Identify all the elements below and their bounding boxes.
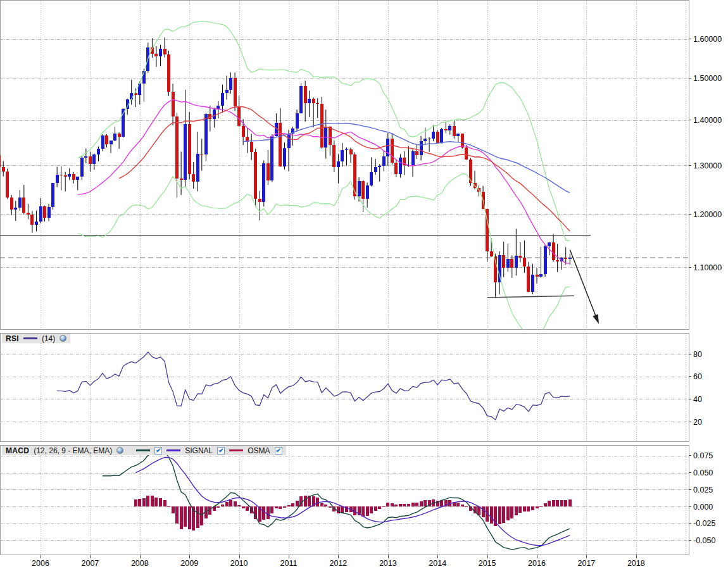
price-axis-label: 1.10000 xyxy=(693,263,722,272)
osma-bar xyxy=(217,506,220,508)
chart-canvas[interactable]: 1.600001.500001.400001.300001.200001.100… xyxy=(0,0,728,571)
bullish-candle xyxy=(35,222,38,225)
bullish-candle xyxy=(287,134,291,147)
year-axis-label: 2014 xyxy=(429,559,446,568)
bearish-candle xyxy=(556,260,559,262)
osma-bar xyxy=(283,506,286,508)
bearish-candle xyxy=(502,255,505,268)
rsi-axis-label: 20 xyxy=(693,418,702,427)
rsi-indicator-legend: RSI (14) xyxy=(2,334,70,343)
osma-bar xyxy=(394,505,398,506)
bearish-candle xyxy=(510,259,513,268)
bullish-candle xyxy=(548,242,551,246)
bearish-candle xyxy=(105,135,108,144)
price-axis-label: 1.40000 xyxy=(693,116,722,125)
osma-bar xyxy=(242,506,245,508)
osma-bar xyxy=(320,503,323,506)
bullish-candle xyxy=(411,151,415,165)
osma-bar xyxy=(296,501,299,506)
bearish-candle xyxy=(523,258,526,267)
bearish-candle xyxy=(154,54,158,56)
year-axis-label: 2015 xyxy=(479,559,496,568)
bullish-candle xyxy=(341,150,344,161)
osma-bar xyxy=(482,506,485,517)
osma-bar xyxy=(229,500,232,506)
bullish-candle xyxy=(110,141,113,144)
bullish-candle xyxy=(270,136,273,180)
bearish-candle xyxy=(64,175,67,177)
osma-bar xyxy=(225,502,229,506)
bullish-candle xyxy=(539,274,543,277)
rsi-panel-border xyxy=(1,334,689,442)
bearish-candle xyxy=(72,174,75,180)
osma-bar xyxy=(378,506,381,509)
bullish-candle xyxy=(84,156,87,158)
osma-bar xyxy=(175,506,179,524)
rsi-properties-globe-icon[interactable] xyxy=(60,335,66,342)
bearish-candle xyxy=(436,132,439,143)
osma-bar xyxy=(552,500,555,506)
osma-bar xyxy=(370,506,373,513)
year-axis-label: 2016 xyxy=(528,559,546,568)
osma-bar xyxy=(399,504,402,506)
year-axis-label: 2006 xyxy=(32,559,49,568)
price-axis-label: 1.50000 xyxy=(693,74,722,83)
bearish-candle xyxy=(518,256,522,258)
bearish-candle xyxy=(320,104,323,147)
bearish-candle xyxy=(250,142,253,151)
osma-bar xyxy=(200,506,203,525)
osma-histogram xyxy=(134,496,572,531)
osma-bar xyxy=(382,506,386,507)
macd-properties-globe-icon[interactable] xyxy=(116,447,123,454)
bullish-candle xyxy=(68,174,71,177)
bullish-candle xyxy=(374,167,377,172)
bullish-candle xyxy=(428,139,431,139)
price-axis-label: 1.60000 xyxy=(693,35,722,44)
signal-visibility-checkbox[interactable]: ✔ xyxy=(217,447,225,455)
rsi-indicator-line xyxy=(57,352,570,420)
osma-bar xyxy=(188,506,191,529)
bullish-candle xyxy=(204,114,208,154)
osma-bar xyxy=(172,506,175,513)
osma-bar xyxy=(234,501,237,506)
bullish-candle xyxy=(262,163,265,203)
bearish-candle xyxy=(415,151,418,155)
down-arrow-head[interactable] xyxy=(593,314,599,324)
down-arrow-line[interactable] xyxy=(570,249,596,318)
osma-bar xyxy=(366,506,369,516)
macd-axis-label: 0.025 xyxy=(693,486,713,494)
rsi-axis-label: 40 xyxy=(693,395,702,404)
osma-bar xyxy=(163,500,166,506)
osma-visibility-checkbox[interactable]: ✔ xyxy=(275,447,282,455)
bearish-candle xyxy=(304,86,307,103)
bearish-candle xyxy=(465,147,468,160)
bearish-candle xyxy=(461,134,464,147)
bearish-candle xyxy=(167,54,170,92)
osma-bar xyxy=(167,506,170,507)
year-axis-label: 2012 xyxy=(329,559,347,568)
bullish-candle xyxy=(432,132,435,139)
bullish-candle xyxy=(382,156,386,166)
bearish-candle xyxy=(391,139,394,163)
bullish-candle xyxy=(225,90,229,93)
bearish-candle xyxy=(242,126,245,137)
bullish-candle xyxy=(345,149,348,150)
bullish-candle xyxy=(448,126,451,130)
bearish-candle xyxy=(552,242,555,260)
macd-axis-label: -0.050 xyxy=(693,536,715,545)
osma-bar xyxy=(407,504,410,506)
bearish-candle xyxy=(361,181,365,199)
bullish-candle xyxy=(299,86,303,113)
signal-line xyxy=(135,458,570,546)
price-axis-label: 1.30000 xyxy=(693,161,722,170)
bullish-candle xyxy=(531,275,534,292)
osma-bar xyxy=(560,500,563,506)
bearish-candle xyxy=(234,78,237,106)
macd-line-visibility-checkbox[interactable]: ✔ xyxy=(154,447,162,455)
osma-bar xyxy=(527,506,530,511)
price-axis-label: 1.20000 xyxy=(693,210,722,219)
bearish-candle xyxy=(10,198,13,210)
bearish-candle xyxy=(60,175,63,175)
bearish-candle xyxy=(2,167,5,172)
bullish-candle xyxy=(113,134,116,141)
